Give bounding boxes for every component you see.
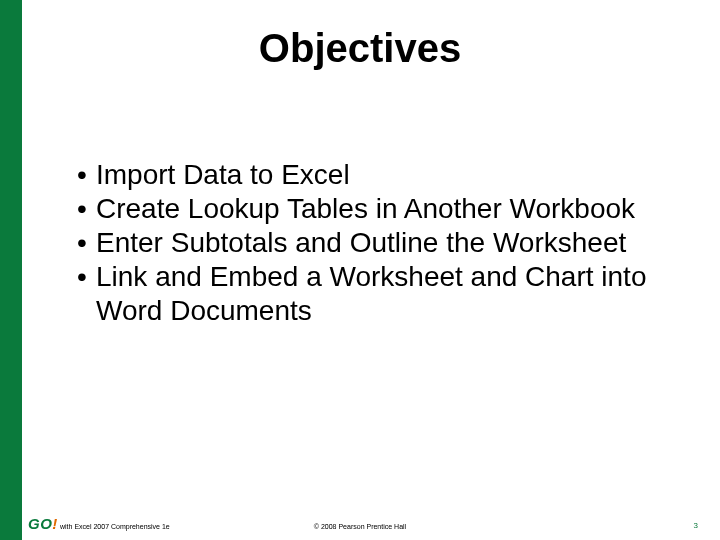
footer-copyright: © 2008 Pearson Prentice Hall bbox=[0, 523, 720, 530]
bullet-text: Link and Embed a Worksheet and Chart int… bbox=[96, 260, 668, 328]
bullet-text: Create Lookup Tables in Another Workbook bbox=[96, 192, 635, 226]
bullet-icon: • bbox=[68, 192, 96, 226]
bullet-text: Import Data to Excel bbox=[96, 158, 350, 192]
list-item: • Enter Subtotals and Outline the Worksh… bbox=[68, 226, 668, 260]
slide-title: Objectives bbox=[0, 26, 720, 71]
bullet-list: • Import Data to Excel • Create Lookup T… bbox=[68, 158, 668, 328]
list-item: • Link and Embed a Worksheet and Chart i… bbox=[68, 260, 668, 328]
list-item: • Create Lookup Tables in Another Workbo… bbox=[68, 192, 668, 226]
bullet-icon: • bbox=[68, 158, 96, 192]
bullet-icon: • bbox=[68, 226, 96, 260]
slide: Objectives • Import Data to Excel • Crea… bbox=[0, 0, 720, 540]
bullet-text: Enter Subtotals and Outline the Workshee… bbox=[96, 226, 626, 260]
list-item: • Import Data to Excel bbox=[68, 158, 668, 192]
bullet-icon: • bbox=[68, 260, 96, 294]
page-number: 3 bbox=[694, 521, 698, 530]
side-accent-bar bbox=[0, 0, 22, 540]
